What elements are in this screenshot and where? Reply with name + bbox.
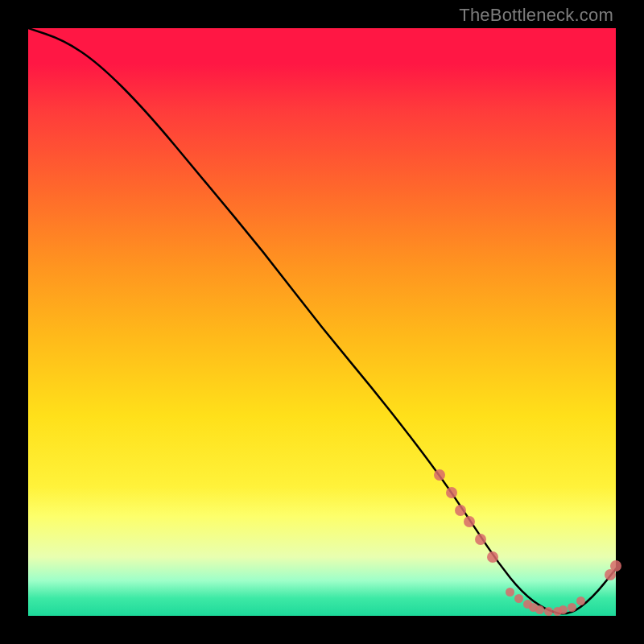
data-marker	[514, 594, 523, 603]
curve-svg	[28, 28, 616, 616]
plot-area	[28, 28, 616, 616]
data-marker	[487, 551, 498, 563]
data-marker	[434, 469, 445, 481]
data-marker	[464, 516, 475, 527]
data-marker	[559, 605, 568, 614]
data-marker	[446, 487, 457, 498]
data-marker	[544, 607, 553, 616]
data-marker	[576, 597, 585, 605]
data-marker	[610, 560, 621, 572]
data-marker	[455, 505, 466, 516]
chart-frame: TheBottleneck.com	[0, 0, 644, 644]
data-marker	[535, 605, 544, 614]
watermark-text: TheBottleneck.com	[459, 5, 613, 26]
data-marker	[568, 603, 576, 612]
bottleneck-curve	[28, 28, 616, 613]
